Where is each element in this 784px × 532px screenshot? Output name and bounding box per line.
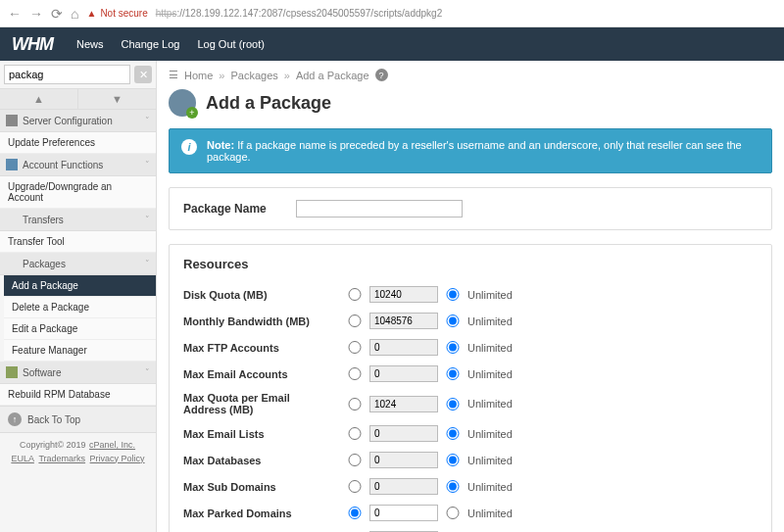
nav-logout[interactable]: Log Out (root) xyxy=(197,38,264,50)
back-to-top-button[interactable]: ↑Back To Top xyxy=(0,406,156,433)
unlimited-radio[interactable] xyxy=(446,398,460,411)
note-label: Note: xyxy=(207,139,234,151)
package-name-label: Package Name xyxy=(183,202,267,216)
resources-heading: Resources xyxy=(183,257,758,271)
value-radio[interactable] xyxy=(348,454,362,466)
unlimited-radio[interactable] xyxy=(446,427,460,440)
breadcrumb-packages[interactable]: Packages xyxy=(230,70,277,81)
value-radio[interactable] xyxy=(348,398,362,411)
forward-icon[interactable]: → xyxy=(29,6,43,22)
clear-search-icon[interactable]: ✕ xyxy=(134,66,152,83)
sidebar-item-edit-package[interactable]: Edit a Package xyxy=(4,318,156,340)
resource-row: Max DatabasesUnlimited xyxy=(183,447,758,473)
resource-label: Max Quota per Email Address (MB) xyxy=(183,392,340,415)
resource-row: Max Sub DomainsUnlimited xyxy=(183,473,758,500)
sidebar-group-server-config[interactable]: Server Configuration xyxy=(0,110,156,132)
resource-value-input[interactable] xyxy=(369,313,438,329)
unlimited-radio[interactable] xyxy=(446,314,460,327)
resources-panel: Resources Disk Quota (MB)UnlimitedMonthl… xyxy=(169,244,772,532)
package-name-input[interactable] xyxy=(296,200,463,218)
warning-icon: ▲ xyxy=(86,8,96,19)
browser-toolbar: ← → ⟳ ⌂ ▲ Not secure https://128.199.122… xyxy=(0,0,784,27)
trademarks-link[interactable]: Trademarks xyxy=(38,454,85,463)
note-text: Note: If a package name is preceded by a… xyxy=(207,139,760,163)
reload-icon[interactable]: ⟳ xyxy=(51,6,63,22)
sidebar-search-input[interactable] xyxy=(4,65,130,84)
unlimited-radio[interactable] xyxy=(446,288,460,301)
resource-row: Monthly Bandwidth (MB)Unlimited xyxy=(183,308,758,334)
home-icon[interactable]: ⌂ xyxy=(71,6,78,22)
resource-label: Disk Quota (MB) xyxy=(183,289,340,301)
sidebar-group-account-func[interactable]: Account Functions xyxy=(0,154,156,176)
whm-logo[interactable]: WHM xyxy=(12,34,53,55)
collapse-down-icon[interactable]: ▼ xyxy=(78,89,156,109)
value-radio[interactable] xyxy=(348,341,362,354)
resource-value-input[interactable] xyxy=(369,505,438,521)
nav-changelog[interactable]: Change Log xyxy=(122,38,180,50)
resource-row: Max Parked DomainsUnlimited xyxy=(183,500,758,526)
resource-value-input[interactable] xyxy=(369,339,438,356)
sidebar-item-feature-manager[interactable]: Feature Manager xyxy=(4,340,156,362)
unlimited-label: Unlimited xyxy=(467,342,513,354)
packages-label: Packages xyxy=(23,259,66,269)
collapse-up-icon[interactable]: ▲ xyxy=(0,89,78,109)
back-icon[interactable]: ← xyxy=(8,6,22,22)
sidebar-item-update-pref[interactable]: Update Preferences xyxy=(0,132,156,154)
security-warning[interactable]: ▲ Not secure xyxy=(86,8,147,19)
help-icon[interactable]: ? xyxy=(375,69,388,81)
resource-value-input[interactable] xyxy=(369,396,438,412)
value-radio[interactable] xyxy=(348,427,362,440)
breadcrumb-sep: » xyxy=(284,70,290,81)
unlimited-label: Unlimited xyxy=(467,398,513,410)
resource-value-input[interactable] xyxy=(369,286,438,303)
sidebar-item-add-package[interactable]: Add a Package xyxy=(4,275,156,297)
privacy-link[interactable]: Privacy Policy xyxy=(90,454,145,463)
sidebar-group-transfers[interactable]: Transfers xyxy=(0,209,156,231)
value-radio[interactable] xyxy=(348,314,362,327)
page-title: Add a Package xyxy=(206,93,331,114)
cpanel-link[interactable]: cPanel, Inc. xyxy=(89,440,135,450)
sidebar-item-upgrade[interactable]: Upgrade/Downgrade an Account xyxy=(0,176,156,209)
resource-label: Max Databases xyxy=(183,455,340,466)
transfer-icon xyxy=(6,214,18,225)
menu-toggle-icon[interactable]: ☰ xyxy=(169,69,178,81)
resource-value-input[interactable] xyxy=(369,425,438,442)
sidebar-group-software[interactable]: Software xyxy=(0,362,156,384)
back-to-top-label: Back To Top xyxy=(27,414,80,425)
url-bar[interactable]: https://128.199.122.147:2087/cpsess20450… xyxy=(156,8,442,19)
breadcrumb-home[interactable]: Home xyxy=(184,70,213,81)
resource-value-input[interactable] xyxy=(369,452,438,468)
resource-label: Monthly Bandwidth (MB) xyxy=(183,315,340,327)
unlimited-radio[interactable] xyxy=(446,341,460,354)
value-radio[interactable] xyxy=(348,507,362,519)
sidebar-group-packages[interactable]: Packages xyxy=(0,253,156,275)
note-body: If a package name is preceded by a resel… xyxy=(207,139,742,163)
sidebar-footer: Copyright© 2019 cPanel, Inc. EULA Tradem… xyxy=(0,433,156,471)
info-icon: i xyxy=(181,139,197,155)
unlimited-radio[interactable] xyxy=(446,480,460,493)
unlimited-radio[interactable] xyxy=(446,507,460,519)
sidebar-item-rebuild-rpm[interactable]: Rebuild RPM Database xyxy=(0,384,156,406)
resource-value-input[interactable] xyxy=(369,478,438,495)
sidebar-item-delete-package[interactable]: Delete a Package xyxy=(4,297,156,318)
breadcrumb: ☰ Home » Packages » Add a Package ? xyxy=(169,69,772,81)
value-radio[interactable] xyxy=(348,480,362,493)
software-label: Software xyxy=(23,367,61,378)
package-name-panel: Package Name xyxy=(169,187,772,230)
value-radio[interactable] xyxy=(348,367,362,380)
unlimited-label: Unlimited xyxy=(467,315,513,327)
eula-link[interactable]: EULA xyxy=(11,454,34,463)
account-func-label: Account Functions xyxy=(23,160,103,170)
value-radio[interactable] xyxy=(348,288,362,301)
unlimited-radio[interactable] xyxy=(446,367,460,380)
url-text: ://128.199.122.147:2087/cpsess2045005597… xyxy=(176,8,442,19)
unlimited-label: Unlimited xyxy=(467,455,513,466)
content-area: ☰ Home » Packages » Add a Package ? Add … xyxy=(157,61,784,532)
nav-news[interactable]: News xyxy=(76,38,104,50)
app-header: WHM News Change Log Log Out (root) xyxy=(0,27,784,61)
unlimited-label: Unlimited xyxy=(467,368,513,380)
sidebar-item-transfer-tool[interactable]: Transfer Tool xyxy=(0,231,156,253)
resource-value-input[interactable] xyxy=(369,365,438,382)
unlimited-label: Unlimited xyxy=(467,289,513,301)
unlimited-radio[interactable] xyxy=(446,454,460,466)
